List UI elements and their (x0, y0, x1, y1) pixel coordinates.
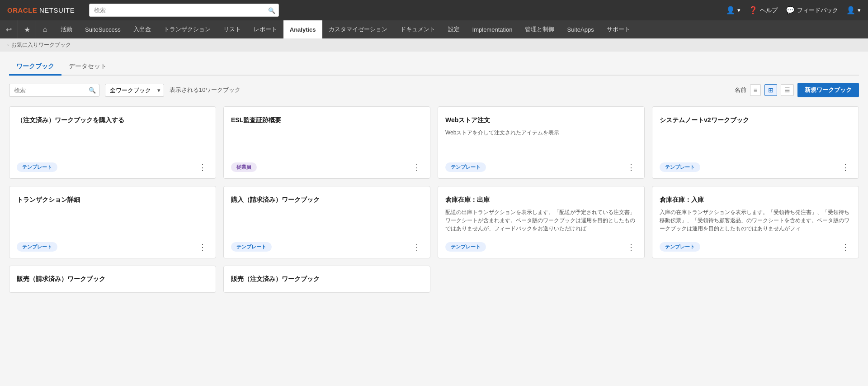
card-7-desc: 配送の出庫トランザクションを表示します。「配送が予定されている注文書」ワークシー… (445, 208, 637, 235)
user-role-icon: 👤 (726, 6, 735, 14)
workbook-cards-grid: （注文済み）ワークブックを購入する テンプレート ⋮ ESL監査証跡概要 従業員… (9, 106, 859, 258)
card-3-desc: Webストアを介して注文されたアイテムを表示 (445, 129, 637, 155)
card-7-more-button[interactable]: ⋮ (625, 243, 637, 251)
help-icon: ❓ (749, 6, 758, 14)
card-8-footer: テンプレート ⋮ (660, 242, 851, 252)
workbook-count-label: 表示される10ワークブック (170, 86, 241, 94)
workbook-card-3: Webストア注文 Webストアを介して注文されたアイテムを表示 テンプレート ⋮ (438, 106, 645, 179)
search-input[interactable] (89, 4, 279, 17)
feedback-button[interactable]: 💬 フィードバック (786, 6, 838, 14)
user-role-arrow: ▾ (737, 7, 741, 14)
main-content: ワークブック データセット 🔍 全ワークブック 表示される10ワークブック 名前… (0, 52, 868, 300)
favorites-icon[interactable]: ★ (18, 20, 36, 38)
card-2-desc (231, 129, 423, 155)
card-2-title: ESL監査証跡概要 (231, 116, 423, 125)
logo-netsuite: NETSUITE (37, 6, 75, 14)
partial-cards-row: 販売（請求済み）ワークブック 販売（注文済み）ワークブック (9, 266, 859, 293)
nav-item-analytics[interactable]: Analytics (283, 20, 322, 38)
card-6-tag: テンプレート (231, 242, 272, 252)
card-3-tag: テンプレート (445, 162, 486, 172)
home-icon[interactable]: ⌂ (36, 20, 54, 38)
top-right-actions: 👤 ▾ ❓ ヘルプ 💬 フィードバック 👤 ▾ (726, 6, 861, 14)
search-icon: 🔍 (268, 7, 275, 14)
user-menu-arrow: ▾ (858, 7, 861, 14)
card-5-footer: テンプレート ⋮ (17, 242, 208, 252)
card-8-tag: テンプレート (660, 242, 700, 252)
card-3-footer: テンプレート ⋮ (445, 162, 637, 172)
tab-workbook[interactable]: ワークブック (9, 59, 61, 76)
breadcrumb: › お気に入りワークブック (0, 38, 868, 52)
card-3-title: Webストア注文 (445, 116, 637, 125)
filter-row: 🔍 全ワークブック 表示される10ワークブック 名前 ≡ ⊞ ☰ 新規ワークブッ… (9, 83, 859, 97)
user-role-menu[interactable]: 👤 ▾ (726, 6, 741, 14)
card-4-footer: テンプレート ⋮ (660, 162, 851, 172)
history-icon[interactable]: ↩ (0, 20, 18, 38)
card-7-title: 倉庫在庫：出庫 (445, 195, 637, 205)
card-8-more-button[interactable]: ⋮ (840, 243, 851, 251)
nav-item-document[interactable]: ドキュメント (394, 20, 442, 38)
card-4-desc (660, 129, 851, 155)
grid-view-btn[interactable]: ⊞ (764, 84, 777, 96)
card-7-footer: テンプレート ⋮ (445, 242, 637, 252)
card-1-tag: テンプレート (17, 162, 57, 172)
card-5-title: トランザクション詳細 (17, 195, 208, 205)
search-container: 🔍 (89, 4, 279, 17)
user-menu[interactable]: 👤 ▾ (846, 6, 861, 14)
nav-item-report[interactable]: レポート (247, 20, 283, 38)
workbook-search-container: 🔍 (9, 84, 99, 97)
card-5-desc (17, 208, 208, 235)
card-2-footer: 従業員 ⋮ (231, 162, 423, 172)
workbook-filter-select[interactable]: 全ワークブック (105, 84, 164, 97)
nav-item-settings[interactable]: 設定 (442, 20, 466, 38)
card-1-desc (17, 129, 208, 155)
workbook-search-icon: 🔍 (89, 87, 96, 94)
card-4-title: システムノートv2ワークブック (660, 116, 851, 125)
partial-card-2-title: 販売（注文済み）ワークブック (231, 275, 423, 283)
card-1-footer: テンプレート ⋮ (17, 162, 208, 172)
feedback-icon: 💬 (786, 6, 795, 14)
view-controls: 名前 ≡ ⊞ ☰ 新規ワークブック (735, 83, 859, 97)
partial-card-1: 販売（請求済み）ワークブック (9, 266, 216, 293)
card-1-more-button[interactable]: ⋮ (197, 163, 208, 172)
list-view-btn[interactable]: ☰ (781, 84, 794, 96)
partial-card-1-title: 販売（請求済み）ワークブック (17, 275, 208, 283)
tab-dataset[interactable]: データセット (61, 59, 114, 76)
tab-bar: ワークブック データセット (9, 59, 859, 76)
nav-item-nyushukkin[interactable]: 入出金 (127, 20, 157, 38)
nav-item-katsudo[interactable]: 活動 (54, 20, 79, 38)
card-2-more-button[interactable]: ⋮ (411, 163, 423, 172)
card-4-more-button[interactable]: ⋮ (840, 163, 851, 172)
workbook-card-8: 倉庫在庫：入庫 入庫の在庫トランザクションを表示します。「受領待ち発注書」、「受… (652, 186, 859, 258)
nav-bar: ↩ ★ ⌂ 活動 SuiteSuccess 入出金 トランザクション リスト レ… (0, 20, 868, 38)
card-5-more-button[interactable]: ⋮ (197, 243, 208, 251)
nav-item-list[interactable]: リスト (217, 20, 247, 38)
new-workbook-button[interactable]: 新規ワークブック (797, 83, 859, 97)
card-6-desc (231, 208, 423, 235)
card-3-more-button[interactable]: ⋮ (625, 163, 637, 172)
partial-card-3-empty (438, 266, 645, 293)
card-2-tag: 従業員 (231, 162, 257, 172)
workbook-search-input[interactable] (9, 84, 99, 97)
workbook-card-7: 倉庫在庫：出庫 配送の出庫トランザクションを表示します。「配送が予定されている注… (438, 186, 645, 258)
help-button[interactable]: ❓ ヘルプ (749, 6, 778, 14)
nav-item-implementation[interactable]: Implementation (466, 20, 519, 38)
partial-card-2: 販売（注文済み）ワークブック (223, 266, 430, 293)
workbook-card-4: システムノートv2ワークブック テンプレート ⋮ (652, 106, 859, 179)
nav-item-transaction[interactable]: トランザクション (157, 20, 217, 38)
nav-item-suitesuccess[interactable]: SuiteSuccess (79, 20, 127, 38)
nav-item-customization[interactable]: カスタマイゼーション (322, 20, 394, 38)
breadcrumb-label[interactable]: お気に入りワークブック (11, 41, 71, 49)
sort-icon-btn[interactable]: ≡ (750, 84, 761, 96)
card-8-title: 倉庫在庫：入庫 (660, 195, 851, 205)
top-bar: ORACLE NETSUITE 🔍 👤 ▾ ❓ ヘルプ 💬 フィードバック 👤 … (0, 0, 868, 20)
user-icon: 👤 (846, 6, 855, 14)
feedback-label: フィードバック (797, 6, 838, 14)
card-6-more-button[interactable]: ⋮ (411, 243, 423, 251)
nav-item-kanri[interactable]: 管理と制御 (519, 20, 561, 38)
workbook-card-6: 購入（請求済み）ワークブック テンプレート ⋮ (223, 186, 430, 258)
card-8-desc: 入庫の在庫トランザクションを表示します。「受領待ち発注書」、「受領待ち移動伝票」… (660, 208, 851, 235)
nav-item-suiteapps[interactable]: SuiteApps (561, 20, 600, 38)
sort-label: 名前 (735, 86, 746, 94)
card-5-tag: テンプレート (17, 242, 57, 252)
nav-item-support[interactable]: サポート (600, 20, 637, 38)
